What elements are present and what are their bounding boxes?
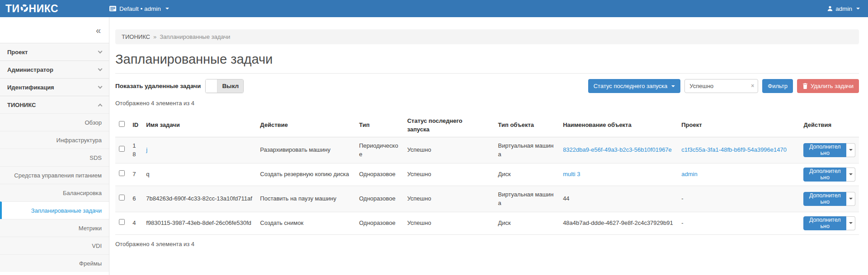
sidebar-item-VDI[interactable]: VDI — [0, 237, 109, 254]
actions-dropdown-toggle[interactable] — [846, 216, 855, 230]
task-last-run-status: Успешно — [407, 195, 431, 202]
filter-button[interactable]: Фильтр — [762, 79, 793, 93]
task-type-cell: Одноразовое — [355, 186, 403, 212]
chevron-up-icon — [98, 103, 103, 108]
row-select-cell — [115, 186, 129, 212]
task-last-run-status-cell: Успешно — [404, 186, 495, 212]
sidebar-item-Средства управления питанием[interactable]: Средства управления питанием — [0, 166, 109, 184]
user-menu[interactable]: admin — [827, 5, 868, 12]
chevron-down-icon — [98, 67, 103, 71]
sidebar-section-label: Администратор — [7, 66, 53, 73]
actions-split-button: Дополнительно — [803, 192, 855, 206]
delete-tasks-button[interactable]: Удалить задачи — [797, 79, 859, 93]
chevron-down-icon — [849, 222, 853, 224]
task-type: Одноразовое — [359, 195, 395, 202]
actions-dropdown-toggle[interactable] — [846, 192, 855, 206]
project-name: - — [681, 219, 683, 226]
more-actions-button[interactable]: Дополнительно — [803, 143, 846, 157]
column-header-Тип объекта: Тип объекта — [495, 114, 560, 137]
sidebar-item-Метрики[interactable]: Метрики — [0, 219, 109, 237]
project-name-link[interactable]: c1f3c55a-3fa1-48fb-b6f9-54a3996e1470 — [681, 146, 787, 153]
panel-icon — [109, 6, 116, 11]
select-all-cell — [115, 114, 129, 137]
select-all-checkbox[interactable] — [119, 121, 125, 127]
row-checkbox[interactable] — [119, 146, 125, 152]
object-name-link[interactable]: multi 3 — [563, 171, 580, 177]
sidebar-item-Балансировка[interactable]: Балансировка — [0, 184, 109, 201]
app-logo[interactable]: ТИНИКС — [0, 3, 109, 15]
task-last-run-status-cell: Успешно — [404, 212, 495, 234]
more-actions-button[interactable]: Дополнительно — [803, 192, 846, 206]
task-name-cell: q — [142, 163, 256, 186]
sidebar-item-label: SDS — [90, 154, 102, 161]
actions-dropdown-toggle[interactable] — [846, 143, 855, 157]
breadcrumb-current: Запланированные задачи — [160, 33, 230, 40]
actions-split-button: Дополнительно — [803, 143, 855, 157]
project-name: - — [681, 195, 683, 202]
sidebar-item-label: Инфраструктура — [57, 137, 102, 144]
object-name-cell: 44 — [559, 186, 678, 212]
task-name-link[interactable]: j — [146, 146, 147, 153]
sidebar-item-Обзор[interactable]: Обзор — [0, 113, 109, 131]
row-checkbox[interactable] — [119, 195, 125, 200]
sidebar-item-Инфраструктура[interactable]: Инфраструктура — [0, 131, 109, 149]
task-last-run-status: Успешно — [407, 219, 431, 226]
task-action-cell: Разархивировать машину — [256, 137, 355, 163]
row-select-cell — [115, 163, 129, 186]
task-name-cell: f9830115-3987-43eb-8def-26c06fe530fd — [142, 212, 256, 234]
more-actions-button[interactable]: Дополнительно — [803, 216, 846, 230]
object-name-link[interactable]: 8322dba9-e56f-49a3-b2c3-56b10f01967e — [563, 146, 672, 153]
column-header-label: Тип — [359, 121, 400, 130]
sidebar-item-label: Метрики — [79, 225, 102, 232]
column-header-label: Тип объекта — [498, 121, 556, 130]
task-type: Одноразовое — [359, 171, 395, 177]
actions-dropdown-toggle[interactable] — [846, 168, 855, 182]
task-action: Поставить на паузу машину — [260, 195, 336, 202]
row-checkbox[interactable] — [119, 219, 125, 225]
object-type-cell: Диск — [495, 163, 560, 186]
chevron-down-icon — [98, 84, 103, 89]
row-checkbox[interactable] — [119, 170, 125, 176]
more-actions-button[interactable]: Дополнительно — [803, 168, 846, 182]
object-name: 48a4b7ad-ddde-4627-9e8f-2c4c37929b91 — [563, 219, 673, 226]
app-logo-text: ТИНИКС — [5, 3, 58, 15]
sidebar-item-Фреймы[interactable]: Фреймы — [0, 254, 109, 272]
sidebar-nav: ПроектАдминистраторИдентификацияТИОНИКСО… — [0, 43, 109, 272]
column-header-label: Действия — [803, 121, 855, 130]
sidebar-item-SDS[interactable]: SDS — [0, 149, 109, 166]
clear-filter-icon[interactable]: × — [751, 83, 754, 89]
sidebar-section-Проект[interactable]: Проект — [0, 43, 109, 61]
filter-field-dropdown[interactable]: Статус последнего запуска — [588, 79, 681, 93]
sidebar-item-Запланированные задачи[interactable]: Запланированные задачи — [0, 201, 109, 219]
chevron-down-icon — [671, 85, 675, 87]
task-action: Разархивировать машину — [260, 146, 330, 153]
task-action-cell: Поставить на паузу машину — [256, 186, 355, 212]
filter-button-label: Фильтр — [768, 83, 788, 89]
actions-split-button: Дополнительно — [803, 216, 855, 230]
sidebar-section-ТИОНИКС[interactable]: ТИОНИКС — [0, 96, 109, 113]
breadcrumb-root-link[interactable]: ТИОНИКС — [122, 33, 150, 40]
table-row: 67b84263d-690f-4c33-82cc-13a10fd711afПос… — [115, 186, 859, 212]
task-id: 4 — [132, 219, 136, 226]
task-type-cell: Периодическое — [355, 137, 403, 163]
user-icon — [827, 6, 833, 11]
show-deleted-toggle[interactable]: Выкл — [205, 79, 244, 93]
actions-split-button: Дополнительно — [803, 168, 855, 182]
task-action-cell: Создать снимок — [256, 212, 355, 234]
column-header-ID: ID — [129, 114, 142, 137]
object-type: Виртуальная машина — [498, 191, 554, 207]
context-switcher[interactable]: Default • admin — [109, 5, 169, 12]
column-header-label: Проект — [681, 121, 796, 130]
object-name-cell: multi 3 — [559, 163, 678, 186]
filter-value-input[interactable] — [684, 79, 758, 93]
sidebar-section-Идентификация[interactable]: Идентификация — [0, 78, 109, 96]
sidebar-section-Администратор[interactable]: Администратор — [0, 61, 109, 78]
logo-swirl-icon — [20, 4, 28, 12]
task-type-cell: Одноразовое — [355, 212, 403, 234]
object-type-cell: Виртуальная машина — [495, 186, 560, 212]
toggle-handle — [206, 79, 217, 93]
project-name-link[interactable]: admin — [681, 171, 697, 177]
table-header-row: IDИмя задачиДействиеТипСтатус последнего… — [115, 114, 859, 137]
object-name-cell: 8322dba9-e56f-49a3-b2c3-56b10f01967e — [559, 137, 678, 163]
sidebar-collapse-button[interactable]: « — [96, 26, 101, 35]
